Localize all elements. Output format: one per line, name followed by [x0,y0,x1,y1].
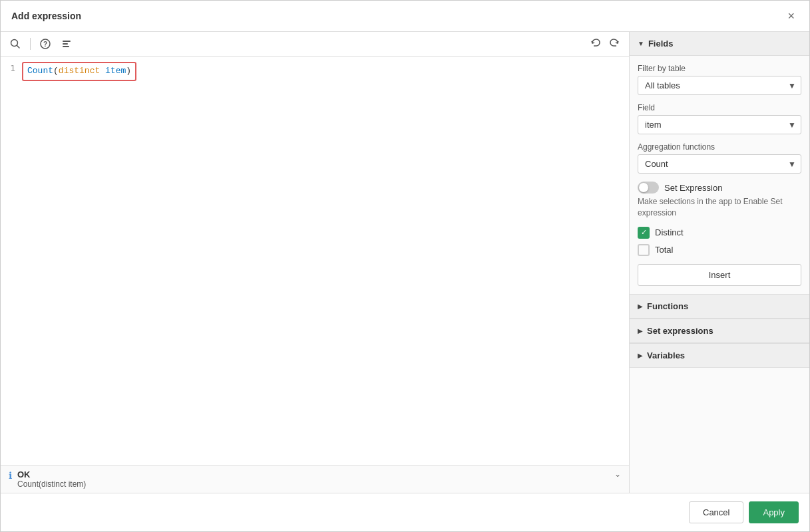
svg-rect-6 [63,46,69,47]
info-icon: ℹ [9,470,12,481]
space [100,66,105,76]
filter-table-label: Filter by table [638,64,801,73]
set-expressions-section-header[interactable]: ▶ Set expressions [630,319,809,343]
snippet-icon[interactable] [59,36,75,52]
line-number: 1 [1,62,22,81]
dialog-footer: Cancel Apply [1,493,809,531]
status-bar: ℹ OK Count(distinct item) ⌄ [1,465,629,493]
keyword-distinct: distinct [59,66,100,76]
set-expressions-section: ▶ Set expressions [630,319,809,343]
editor-toolbar: ? [1,32,629,57]
status-text: OK Count(distinct item) [17,469,609,489]
variables-section: ▶ Variables [630,343,809,368]
dialog-title: Add expression [11,11,81,21]
undo-button[interactable] [588,37,604,52]
functions-arrow-icon: ▶ [638,303,643,310]
field-label: Field [638,103,801,112]
add-expression-dialog: Add expression × ? [0,0,810,532]
variables-arrow-icon: ▶ [638,352,643,359]
distinct-row: ✓ Distinct [638,227,801,239]
status-detail: Count(distinct item) [17,479,609,489]
variables-section-header[interactable]: ▶ Variables [630,344,809,368]
functions-section: ▶ Functions [630,294,809,319]
field-select[interactable]: item [638,115,801,134]
distinct-checkmark: ✓ [641,229,647,236]
dialog-body: ? [1,32,809,493]
field-select-wrapper: item ▼ [638,115,801,134]
set-expression-row: Set Expression [638,182,801,194]
svg-line-1 [17,46,20,49]
aggregation-select[interactable]: Count Sum Avg Min Max [638,154,801,174]
filter-table-wrapper: All tables ▼ [638,76,801,95]
distinct-label: Distinct [655,227,684,237]
undo-redo-group [588,37,622,52]
fields-section-title: Fields [648,39,674,49]
functions-section-header[interactable]: ▶ Functions [630,295,809,319]
set-expression-label: Set Expression [664,183,722,193]
total-checkbox[interactable] [638,244,650,256]
paren-close: ) [126,66,131,76]
keyword-count: Count [27,66,53,76]
help-icon[interactable]: ? [37,36,53,52]
close-button[interactable]: × [783,9,799,23]
fields-arrow-icon: ▼ [638,40,644,47]
set-expressions-arrow-icon: ▶ [638,327,643,334]
fields-section-header[interactable]: ▼ Fields [630,32,809,56]
fields-content: Filter by table All tables ▼ Field item … [630,56,809,294]
apply-button[interactable]: Apply [749,501,799,523]
status-ok-label: OK [17,469,609,479]
aggregation-select-wrapper: Count Sum Avg Min Max ▼ [638,154,801,174]
functions-section-title: Functions [647,301,688,311]
toggle-knob [639,183,648,192]
variables-section-title: Variables [647,350,685,360]
right-panel: ▼ Fields Filter by table All tables ▼ Fi… [630,32,809,493]
code-area: 1 Count(distinct item) [1,57,629,86]
status-chevron-icon[interactable]: ⌄ [614,469,621,479]
svg-rect-5 [63,43,68,45]
editor-content[interactable]: 1 Count(distinct item) [1,57,629,465]
cancel-button[interactable]: Cancel [689,501,743,523]
insert-button[interactable]: Insert [638,264,801,286]
paren-open: ( [53,66,59,76]
aggregation-label: Aggregation functions [638,142,801,152]
filter-table-select[interactable]: All tables [638,76,801,95]
set-expressions-section-title: Set expressions [647,326,713,336]
total-label: Total [655,245,673,255]
search-icon[interactable] [7,36,23,52]
keyword-item: item [105,66,126,76]
set-expression-hint: Make selections in the app to Enable Set… [638,196,801,219]
code-expression: Count(distinct item) [22,62,136,81]
toolbar-divider-1 [30,38,31,50]
distinct-checkbox[interactable]: ✓ [638,227,650,239]
dialog-header: Add expression × [1,1,809,32]
total-row: Total [638,244,801,256]
editor-panel: ? [1,32,630,493]
set-expression-toggle[interactable] [638,182,659,194]
svg-text:?: ? [43,41,47,48]
code-line: Count(distinct item) [22,62,136,81]
svg-rect-4 [63,41,71,42]
redo-button[interactable] [606,37,622,52]
